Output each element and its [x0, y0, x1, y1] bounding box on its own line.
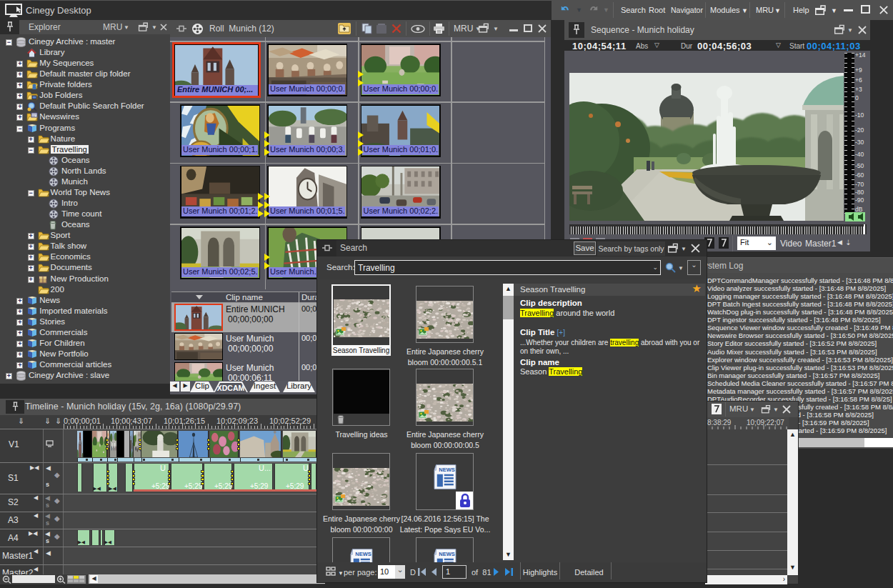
svg-text:NEWS: NEWS: [439, 467, 455, 473]
svg-text:NEWS: NEWS: [355, 551, 371, 557]
svg-text:NEWS: NEWS: [439, 551, 455, 557]
